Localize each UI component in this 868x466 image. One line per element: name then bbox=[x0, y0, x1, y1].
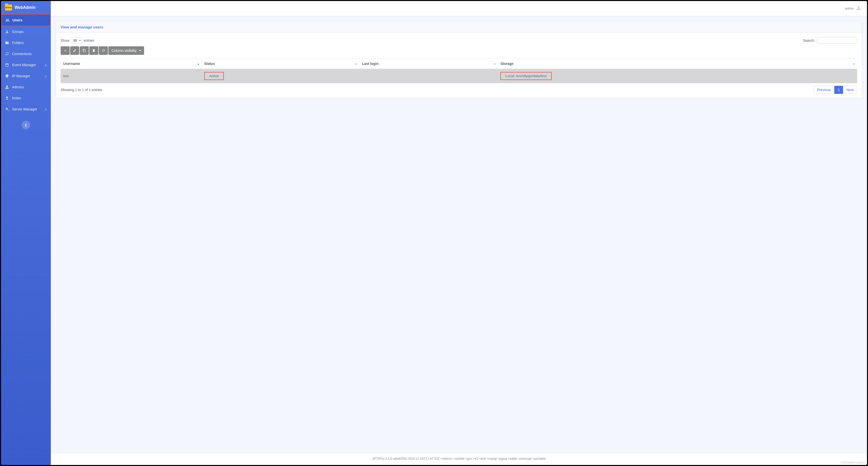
user-menu[interactable]: admin bbox=[845, 6, 861, 11]
users-icon bbox=[5, 18, 9, 22]
sidebar-item-admins[interactable]: Admins bbox=[1, 82, 51, 93]
entries-select[interactable]: 10 bbox=[71, 37, 82, 43]
watermark: CSDN @MrFang2022 bbox=[840, 461, 865, 464]
sidebar-item-groups[interactable]: Groups bbox=[1, 26, 51, 37]
cell-value: test bbox=[63, 74, 69, 78]
col-status[interactable]: Status◆ bbox=[202, 59, 360, 69]
footer-version: SFTPGo 2.5.6-a6a92f0d-2023-12-18T17:47:5… bbox=[51, 453, 867, 465]
sidebar-item-roles[interactable]: Roles bbox=[1, 93, 51, 104]
chevron-right-icon: ❯ bbox=[45, 64, 47, 66]
refresh-button[interactable] bbox=[99, 46, 108, 55]
user-menu-label: admin bbox=[845, 6, 854, 10]
refresh-icon bbox=[101, 49, 105, 52]
sidebar: SFTPGo WebAdmin UsersGroupsFoldersConnec… bbox=[1, 1, 51, 465]
sidebar-collapse-button[interactable]: ❮ bbox=[22, 121, 30, 129]
column-visibility-button[interactable]: Column visibility bbox=[108, 46, 144, 55]
search-label: Search: bbox=[803, 38, 815, 42]
brand-title: WebAdmin bbox=[14, 5, 35, 10]
col-label: Status bbox=[204, 62, 215, 66]
table-row[interactable]: testActiveLocal: /srv/sftpgo/data/test bbox=[61, 69, 857, 83]
card-title: View and manage users bbox=[56, 21, 862, 33]
showing-info: Showing 1 to 1 of 1 entries bbox=[61, 88, 102, 92]
edit-button[interactable] bbox=[70, 46, 79, 55]
chevron-right-icon: ❯ bbox=[45, 108, 47, 111]
shield-icon bbox=[5, 74, 9, 78]
sidebar-item-users[interactable]: Users bbox=[1, 14, 51, 26]
entries-label-pre: Show bbox=[61, 38, 69, 42]
trash-icon bbox=[92, 49, 96, 52]
col-storage[interactable]: Storage◆ bbox=[498, 59, 857, 69]
nav: UsersGroupsFoldersConnectionsEvent Manag… bbox=[1, 14, 51, 115]
sidebar-item-label: Server Manager bbox=[12, 107, 37, 111]
user-icon bbox=[857, 6, 861, 11]
pencil-icon bbox=[73, 49, 76, 52]
cell-username: test bbox=[61, 69, 202, 83]
group-icon bbox=[5, 30, 9, 34]
pagination: Previous1Next bbox=[814, 86, 857, 94]
sidebar-item-label: IP Manager bbox=[12, 74, 30, 78]
chevron-left-icon: ❮ bbox=[25, 123, 27, 127]
chevron-right-icon: ❯ bbox=[45, 75, 47, 78]
sort-icon: ◆ bbox=[494, 62, 496, 65]
col-username[interactable]: Username▲ bbox=[61, 59, 202, 69]
sidebar-item-label: Connections bbox=[12, 52, 32, 56]
folder-icon bbox=[5, 41, 9, 45]
logo-icon: SFTPGo bbox=[5, 4, 12, 10]
sidebar-item-connections[interactable]: Connections bbox=[1, 48, 51, 59]
add-button[interactable] bbox=[61, 46, 70, 55]
users-card: View and manage users Show 10 entries Se… bbox=[56, 21, 862, 98]
delete-button[interactable] bbox=[89, 46, 98, 55]
cell-value: Local: /srv/sftpgo/data/test bbox=[500, 72, 551, 80]
column-visibility-label: Column visibility bbox=[112, 49, 136, 53]
cell-last_login bbox=[359, 69, 498, 83]
cell-value: Active bbox=[204, 72, 224, 80]
topbar: admin bbox=[51, 1, 867, 16]
sort-icon: ▲ bbox=[197, 62, 200, 65]
page-prev[interactable]: Previous bbox=[814, 86, 834, 94]
col-last-login[interactable]: Last login◆ bbox=[359, 59, 498, 69]
sidebar-item-label: Groups bbox=[12, 30, 24, 34]
search-input[interactable] bbox=[817, 37, 857, 44]
col-label: Storage bbox=[500, 62, 514, 66]
users-table: Username▲Status◆Last login◆Storage◆ test… bbox=[61, 58, 857, 83]
page-next[interactable]: Next bbox=[843, 86, 857, 94]
calendar-icon bbox=[5, 63, 9, 67]
admin-icon bbox=[5, 85, 9, 89]
col-label: Username bbox=[63, 62, 80, 66]
entries-label-post: entries bbox=[84, 38, 94, 42]
cell-status: Active bbox=[202, 69, 360, 83]
sidebar-item-ip-manager[interactable]: IP Manager❯ bbox=[1, 70, 51, 82]
caret-down-icon bbox=[139, 50, 141, 51]
exchange-icon bbox=[5, 52, 9, 56]
sidebar-item-event-manager[interactable]: Event Manager❯ bbox=[1, 59, 51, 70]
cell-storage: Local: /srv/sftpgo/data/test bbox=[498, 69, 857, 83]
sidebar-item-folders[interactable]: Folders bbox=[1, 37, 51, 48]
roles-icon bbox=[5, 96, 9, 100]
sort-icon: ◆ bbox=[355, 62, 357, 65]
sidebar-item-server-manager[interactable]: Server Manager❯ bbox=[1, 104, 51, 115]
sidebar-item-label: Users bbox=[12, 18, 22, 22]
sort-icon: ◆ bbox=[853, 62, 855, 65]
page-1[interactable]: 1 bbox=[834, 86, 843, 94]
sidebar-item-label: Admins bbox=[12, 85, 24, 89]
entries-length: Show 10 entries bbox=[61, 37, 94, 43]
brand[interactable]: SFTPGo WebAdmin bbox=[1, 1, 51, 14]
plus-icon bbox=[63, 49, 67, 52]
sidebar-item-label: Event Manager bbox=[12, 63, 36, 67]
sidebar-item-label: Roles bbox=[12, 96, 21, 100]
copy-icon bbox=[83, 49, 86, 52]
clone-button[interactable] bbox=[80, 46, 89, 55]
col-label: Last login bbox=[362, 62, 378, 66]
toolbar: Column visibility bbox=[61, 46, 857, 55]
sidebar-item-label: Folders bbox=[12, 41, 24, 45]
wrench-icon bbox=[5, 107, 9, 111]
